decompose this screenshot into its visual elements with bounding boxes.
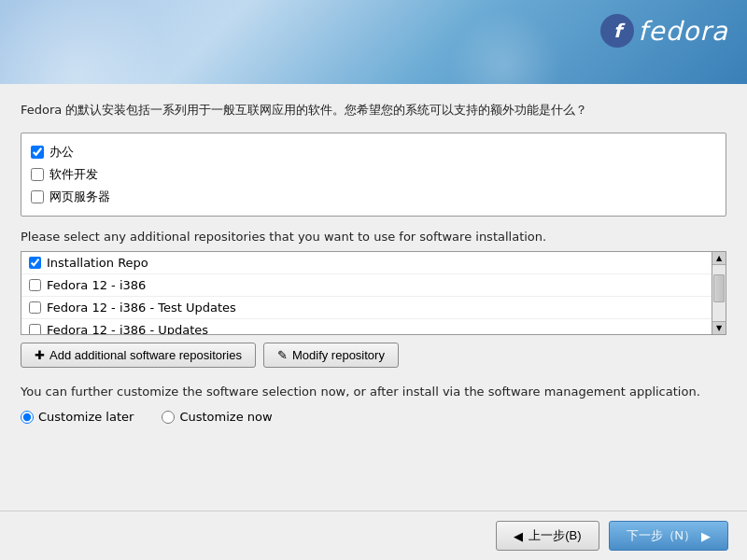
- software-group-item-1: 软件开发: [31, 163, 716, 186]
- back-button[interactable]: ◀ 上一步(B): [496, 521, 599, 551]
- repo-checkbox-2[interactable]: [29, 301, 41, 314]
- modify-icon: ✎: [277, 348, 288, 362]
- fedora-logo-text: fedora: [638, 16, 728, 47]
- modify-repo-label: Modify repository: [292, 348, 385, 362]
- scrollbar-thumb[interactable]: [713, 274, 725, 302]
- scrollbar-up-button[interactable]: ▲: [712, 252, 726, 265]
- customize-radio-group: Customize later Customize now: [21, 410, 726, 424]
- customize-now-option: Customize now: [162, 410, 272, 424]
- next-label: 下一步（N）: [627, 527, 696, 544]
- back-arrow-icon: ◀: [514, 529, 523, 543]
- software-group-item-0: 办公: [31, 141, 716, 163]
- repo-checkbox-1[interactable]: [29, 279, 41, 291]
- software-group-label-2: 网页服务器: [49, 189, 110, 205]
- scrollbar-track: [712, 265, 726, 321]
- customize-text: You can further customize the software s…: [21, 383, 726, 401]
- footer: ◀ 上一步(B) 下一步（N） ▶: [0, 511, 747, 560]
- software-group-label-1: 软件开发: [49, 166, 98, 183]
- action-buttons-row: ✚ Add additional software repositories ✎…: [21, 343, 726, 368]
- repo-item-1: Fedora 12 - i386: [21, 274, 712, 297]
- software-group-item-2: 网页服务器: [31, 186, 716, 208]
- next-arrow-icon: ▶: [701, 529, 711, 543]
- repo-item-3: Fedora 12 - i386 - Updates: [21, 319, 712, 335]
- repo-section-label: Please select any additional repositorie…: [21, 230, 726, 244]
- repo-box-wrapper: Installation Repo Fedora 12 - i386 Fedor…: [21, 251, 726, 335]
- customize-later-label: Customize later: [38, 410, 134, 424]
- next-button[interactable]: 下一步（N） ▶: [609, 521, 728, 551]
- fedora-logo: f fedora: [600, 14, 728, 48]
- software-groups-box: 办公 软件开发 网页服务器: [21, 133, 726, 217]
- fedora-icon: f: [600, 14, 634, 48]
- add-icon: ✚: [35, 348, 45, 362]
- repo-label-2: Fedora 12 - i386 - Test Updates: [47, 301, 236, 315]
- software-group-checkbox-1[interactable]: [31, 168, 44, 181]
- back-label: 上一步(B): [529, 527, 581, 544]
- repo-checkbox-3[interactable]: [29, 324, 41, 335]
- repo-label-0: Installation Repo: [47, 256, 148, 270]
- header: f fedora: [0, 0, 747, 84]
- add-repo-button[interactable]: ✚ Add additional software repositories: [21, 343, 256, 368]
- repo-label-3: Fedora 12 - i386 - Updates: [47, 323, 208, 335]
- intro-text: Fedora 的默认安装包括一系列用于一般互联网应用的软件。您希望您的系统可以支…: [21, 101, 726, 119]
- customize-now-label: Customize now: [179, 410, 272, 424]
- software-group-checkbox-2[interactable]: [31, 190, 44, 203]
- repo-item-0: Installation Repo: [21, 252, 712, 274]
- fedora-icon-letter: f: [613, 20, 622, 42]
- software-group-label-0: 办公: [49, 144, 74, 161]
- customize-later-option: Customize later: [21, 410, 134, 424]
- repo-label-1: Fedora 12 - i386: [47, 278, 146, 292]
- scrollbar-down-button[interactable]: ▼: [712, 321, 726, 334]
- main-content: Fedora 的默认安装包括一系列用于一般互联网应用的软件。您希望您的系统可以支…: [0, 84, 747, 560]
- customize-now-radio[interactable]: [162, 411, 175, 424]
- customize-later-radio[interactable]: [21, 411, 34, 424]
- repo-scrollbar[interactable]: ▲ ▼: [712, 251, 726, 335]
- software-group-checkbox-0[interactable]: [31, 146, 44, 159]
- repo-checkbox-0[interactable]: [29, 257, 41, 269]
- repo-item-2: Fedora 12 - i386 - Test Updates: [21, 297, 712, 319]
- add-repo-label: Add additional software repositories: [49, 348, 242, 362]
- modify-repo-button[interactable]: ✎ Modify repository: [263, 343, 399, 368]
- repo-list[interactable]: Installation Repo Fedora 12 - i386 Fedor…: [21, 251, 712, 335]
